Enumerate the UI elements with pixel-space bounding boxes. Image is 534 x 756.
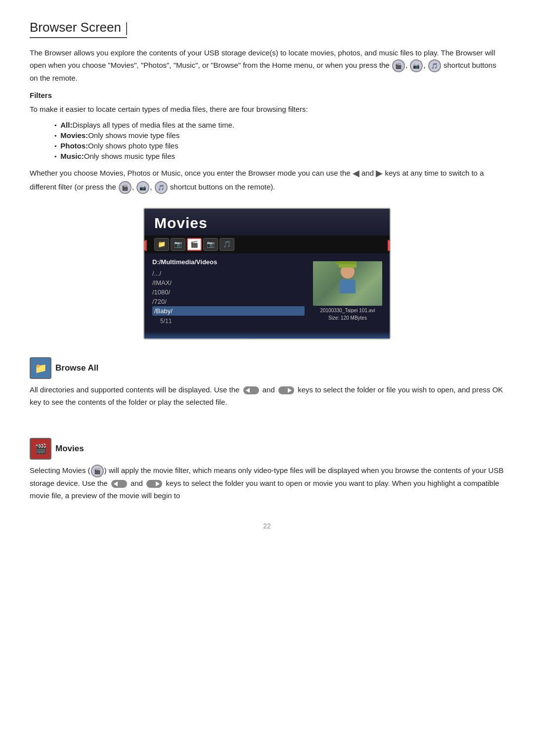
movies-section: 🎬 Movies <box>30 438 504 460</box>
preview-size: Size: 120 MBytes <box>328 315 367 321</box>
browse-all-and: and <box>263 385 275 394</box>
title-divider <box>126 22 127 35</box>
movies-nav-left-btn <box>111 480 127 488</box>
movies-and: and <box>131 479 143 487</box>
filter-all-desc: Displays all types of media files at the… <box>72 121 234 129</box>
movies-nav-left-arrow <box>114 481 118 486</box>
filter-photos-label: Photos: <box>60 142 88 150</box>
browse-all-label: Browse All <box>55 363 98 373</box>
browse-all-description: All directories and supported contents w… <box>30 384 504 409</box>
filter-movies: Movies: Only shows movie type files <box>54 131 504 140</box>
tab-browse-all[interactable]: 📁 <box>154 238 169 251</box>
tab-photo-filter-2[interactable]: 📷 <box>203 238 218 251</box>
filter-all-label: All: <box>60 121 72 129</box>
movies-filter-icon-inline: 🎬 <box>91 465 104 477</box>
preview-image-inner <box>313 261 382 306</box>
movies-ui-title: Movies <box>154 215 208 232</box>
title-text: Browser Screen <box>30 20 121 35</box>
filters-heading: Filters <box>30 90 504 102</box>
intro-text-1: The Browser allows you explore the conte… <box>30 48 495 69</box>
file-item-2[interactable]: /1080/ <box>152 287 305 297</box>
left-scroll-arrow: ◀ <box>143 236 146 252</box>
movies-desc-start: Selecting Movies ( <box>30 466 90 474</box>
child-head <box>341 265 355 279</box>
tab-film-filter-active[interactable]: 🎬 <box>187 238 202 251</box>
photo-shortcut-icon: 📷 <box>410 59 423 72</box>
right-scroll-arrow: ▶ <box>388 236 391 252</box>
intro-paragraph-1: The Browser allows you explore the conte… <box>30 47 504 85</box>
file-path: D:/Multimedia/Videos <box>152 258 305 266</box>
nav-left-btn <box>243 386 259 394</box>
movies-section-label: Movies <box>55 444 84 454</box>
music-shortcut-icon: 🎵 <box>428 59 441 72</box>
child-hat-brim <box>335 262 356 264</box>
filter-all: All: Displays all types of media files a… <box>54 121 504 129</box>
child-figure <box>333 265 362 302</box>
filter-photos: Photos: Only shows photo type files <box>54 142 504 150</box>
filter-switch-text-1: Whether you choose Movies, Photos or Mus… <box>30 169 351 177</box>
music-shortcut-icon-2: 🎵 <box>155 181 168 194</box>
filter-list: All: Displays all types of media files a… <box>54 121 504 160</box>
film-shortcut-icon: 🎬 <box>392 59 405 72</box>
filter-music: Music: Only shows music type files <box>54 152 504 160</box>
filters-intro: To make it easier to locate certain type… <box>30 103 504 116</box>
filter-movies-desc: Only shows movie type files <box>88 131 179 140</box>
filter-photos-desc: Only shows photo type files <box>88 142 178 150</box>
file-item-3[interactable]: /720/ <box>152 297 305 306</box>
child-body <box>340 280 356 293</box>
movies-nav-right-arrow <box>156 481 160 486</box>
browse-all-desc-text: All directories and supported contents w… <box>30 385 239 394</box>
file-counter: 5/11 <box>152 316 305 327</box>
page-number: 22 <box>30 522 504 530</box>
photo-shortcut-icon-2: 📷 <box>136 181 149 194</box>
nav-left-btn-arrow <box>246 388 250 393</box>
file-item-4-selected[interactable]: /Baby/ <box>152 306 305 316</box>
nav-right-btn-arrow <box>288 388 292 393</box>
filter-switch-text-3: shortcut buttons on the remote). <box>170 183 275 191</box>
child-hat <box>339 261 356 268</box>
movies-nav-right-btn <box>146 480 162 488</box>
file-item-1[interactable]: /IMAX/ <box>152 278 305 287</box>
movies-ui-tabs-bar: ◀ 📁 📷 🎬 📷 🎵 ▶ <box>144 236 390 253</box>
left-nav-arrow-inline: ◀ <box>353 166 359 181</box>
filter-music-label: Music: <box>60 152 84 160</box>
file-list: D:/Multimedia/Videos /.../ /IMAX/ /1080/… <box>144 258 311 331</box>
filter-switch-paragraph: Whether you choose Movies, Photos or Mus… <box>30 166 504 194</box>
movies-section-icon: 🎬 <box>30 438 51 460</box>
nav-right-btn <box>278 386 294 394</box>
movies-ui: Movies ◀ 📁 📷 🎬 📷 🎵 ▶ D:/Multimedia/Video… <box>143 208 391 339</box>
preview-filename: 20100330_Taipei 101.avi <box>320 308 375 313</box>
file-item-0[interactable]: /.../ <box>152 269 305 278</box>
movies-ui-content: D:/Multimedia/Videos /.../ /IMAX/ /1080/… <box>144 253 390 331</box>
browse-all-section: 📁 Browse All <box>30 357 504 379</box>
movies-ui-header: Movies <box>144 209 390 236</box>
film-shortcut-icon-2: 🎬 <box>119 181 132 194</box>
right-nav-arrow-inline: ▶ <box>376 166 383 181</box>
tab-music-filter[interactable]: 🎵 <box>220 238 234 251</box>
preview-image <box>313 261 382 306</box>
page-title: Browser Screen <box>30 20 127 38</box>
preview-area: 20100330_Taipei 101.avi Size: 120 MBytes <box>311 258 390 331</box>
tab-photo-filter[interactable]: 📷 <box>171 238 185 251</box>
movies-section-description: Selecting Movies (🎬) will apply the movi… <box>30 465 504 502</box>
filter-music-desc: Only shows music type files <box>84 152 175 160</box>
browse-all-icon: 📁 <box>30 357 51 379</box>
filter-movies-label: Movies: <box>60 131 88 140</box>
movies-screenshot-container: Movies ◀ 📁 📷 🎬 📷 🎵 ▶ D:/Multimedia/Video… <box>30 208 504 339</box>
bottom-gradient <box>144 331 390 338</box>
